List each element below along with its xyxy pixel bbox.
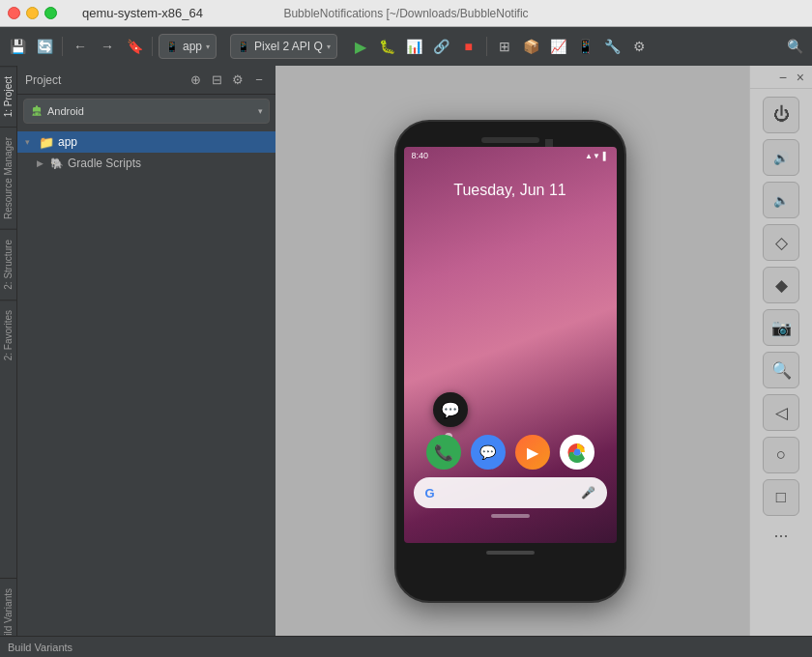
toolbar-separator-2 — [152, 37, 153, 56]
volume-up-icon: 🔊 — [773, 151, 789, 165]
emulator-close-btn[interactable]: × — [795, 70, 806, 85]
rotate2-icon: ◆ — [775, 275, 788, 296]
android-selector[interactable]: Android ▾ — [23, 99, 270, 124]
collapse-icon[interactable]: ⊟ — [208, 71, 225, 89]
project-panel-wrapper: 1: Project Resource Manager 2: Structure… — [0, 66, 276, 657]
phone-home-area: 📞 💬 ▶ — [404, 427, 617, 543]
emulator-rotate2-btn[interactable]: ◆ — [763, 267, 799, 303]
toolbar-search-button[interactable]: 🔍 — [783, 35, 806, 58]
main-content: 1: Project Resource Manager 2: Structure… — [0, 66, 812, 657]
recent-icon: □ — [776, 488, 786, 507]
maximize-button[interactable] — [44, 7, 57, 19]
tree-item-gradle[interactable]: ▶ 🐘 Gradle Scripts — [17, 153, 276, 174]
emulator-more-btn[interactable]: ··· — [773, 526, 788, 546]
toolbar-attach-button[interactable]: 🔗 — [430, 35, 453, 58]
android-icon — [30, 104, 44, 118]
phone-icon: 📞 — [434, 443, 453, 462]
app-icon-row: 📞 💬 ▶ — [404, 435, 617, 470]
toolbar-nav-button[interactable]: 🔖 — [123, 35, 146, 58]
toolbar-settings-button[interactable]: ⚙ — [628, 35, 652, 58]
window-title: BubbleNotifications [~/Downloads/BubbleN… — [283, 7, 528, 20]
toolbar-layout-button[interactable]: ⊞ — [493, 35, 516, 58]
left-side-tabs: 1: Project Resource Manager 2: Structure… — [0, 66, 17, 657]
toolbar-save-button[interactable]: 💾 — [6, 35, 29, 58]
messages-icon: 💬 — [479, 444, 496, 460]
google-mic-icon: 🎤 — [581, 486, 595, 500]
messages-app-icon[interactable]: 💬 — [471, 435, 506, 470]
project-dropdown[interactable]: 📱 app ▾ — [159, 34, 217, 59]
project-tab[interactable]: 1: Project — [0, 66, 16, 127]
home-icon: ○ — [776, 445, 786, 465]
google-g-icon: G — [425, 486, 435, 500]
device-dropdown-arrow: ▾ — [327, 43, 331, 51]
emulator-volume-up-btn[interactable]: 🔊 — [763, 139, 799, 176]
file-tree: ▾ 📁 app ▶ 🐘 Gradle Scripts — [17, 128, 276, 657]
emulator-zoom-btn[interactable]: 🔍 — [763, 352, 799, 388]
toolbar-profiler-button[interactable]: 📈 — [547, 35, 570, 58]
toolbar-sync-button[interactable]: 🔄 — [33, 35, 56, 58]
android-dropdown-arrow: ▾ — [258, 106, 263, 116]
toolbar-separator-3 — [486, 37, 487, 56]
toolbar-apk-button[interactable]: 📦 — [520, 35, 543, 58]
chrome-svg — [566, 442, 588, 463]
close-button[interactable] — [8, 7, 20, 19]
emulator-rotate-btn[interactable]: ◇ — [763, 224, 799, 261]
build-variants-bottom[interactable]: Build Variants — [8, 642, 72, 653]
gradle-icon: 🐘 — [50, 157, 64, 170]
bubble-notification[interactable]: 💬 — [433, 392, 468, 427]
phone-screen[interactable]: 8:40 ▲▼ ▌ Tuesday, Jun 11 💬 — [404, 147, 617, 543]
volume-down-icon: 🔈 — [773, 193, 789, 208]
toolbar-avd-button[interactable]: 📱 — [574, 35, 597, 58]
phone-home-gesture — [491, 514, 530, 518]
screenshot-icon: 📷 — [771, 318, 792, 338]
tree-item-app-label: app — [58, 135, 77, 149]
phone-time: 8:40 — [412, 151, 429, 160]
project-dropdown-arrow: ▾ — [206, 43, 210, 51]
bottom-status-bar: Build Variants — [0, 636, 812, 657]
mac-menu: qemu-system-x86_64 — [65, 4, 211, 22]
structure-tab[interactable]: 2: Structure — [0, 229, 16, 300]
toolbar-back-button[interactable]: ← — [69, 35, 92, 58]
toolbar-debug-button[interactable]: 🐛 — [376, 35, 399, 58]
google-search-bar[interactable]: G 🎤 — [414, 477, 607, 508]
favorites-tab[interactable]: 2: Favorites — [0, 300, 16, 370]
phone-app-icon[interactable]: 📞 — [426, 435, 461, 470]
emulator-minimize-btn[interactable]: − — [777, 70, 789, 85]
device-dropdown-label: Pixel 2 API Q — [254, 40, 323, 53]
tree-item-app[interactable]: ▾ 📁 app — [17, 131, 276, 153]
toolbar-sdk-button[interactable]: 🔧 — [601, 35, 624, 58]
emulator-power-btn[interactable]: ⏻ — [763, 97, 799, 133]
resource-manager-tab[interactable]: Resource Manager — [0, 127, 16, 229]
toolbar-profile-button[interactable]: 📊 — [403, 35, 426, 58]
minimize-panel-icon[interactable]: − — [250, 71, 268, 89]
title-bar: qemu-system-x86_64 BubbleNotifications [… — [0, 0, 812, 27]
folder-icon-app: 📁 — [39, 135, 54, 150]
toolbar-run-button[interactable]: ▶ — [349, 35, 372, 58]
back-icon: ◁ — [775, 403, 788, 423]
phone-date: Tuesday, Jun 11 — [404, 162, 617, 209]
emulator-home-btn[interactable]: ○ — [763, 437, 799, 473]
battery-icon: ▌ — [603, 152, 609, 160]
emulator-volume-down-btn[interactable]: 🔈 — [763, 182, 799, 218]
emulator-recent-btn[interactable]: □ — [763, 479, 799, 516]
settings-panel-icon[interactable]: ⚙ — [229, 71, 246, 89]
chrome-app-icon[interactable] — [560, 435, 594, 470]
emulator-buttons: ⏻ 🔊 🔈 ◇ ◆ 📷 — [750, 89, 812, 554]
play-store-icon[interactable]: ▶ — [515, 435, 550, 470]
add-icon[interactable]: ⊕ — [187, 71, 204, 89]
device-dropdown[interactable]: 📱 Pixel 2 API Q ▾ — [230, 34, 337, 59]
app-menu-item[interactable]: qemu-system-x86_64 — [74, 4, 211, 22]
emulator-screenshot-btn[interactable]: 📷 — [763, 309, 799, 346]
status-icons: ▲▼ ▌ — [585, 152, 609, 160]
project-dropdown-label: app — [183, 40, 202, 53]
toolbar-stop-button[interactable]: ■ — [457, 35, 480, 58]
phone-nav-bar — [404, 508, 617, 524]
panel-header-icons: ⊕ ⊟ ⚙ − — [187, 71, 268, 89]
phone-bottom — [404, 543, 617, 562]
toolbar-forward-button[interactable]: → — [96, 35, 119, 58]
minimize-button[interactable] — [26, 7, 39, 19]
emulator-back-btn[interactable]: ◁ — [763, 394, 799, 431]
power-icon: ⏻ — [773, 105, 790, 125]
tree-item-gradle-label: Gradle Scripts — [68, 157, 141, 170]
emulator-panel-header: − × — [750, 66, 812, 89]
